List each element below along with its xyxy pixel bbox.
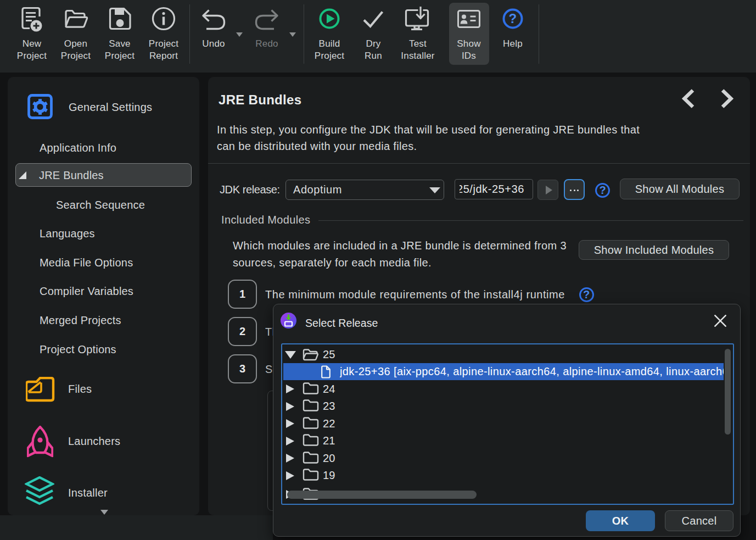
- svg-text:?: ?: [509, 11, 517, 26]
